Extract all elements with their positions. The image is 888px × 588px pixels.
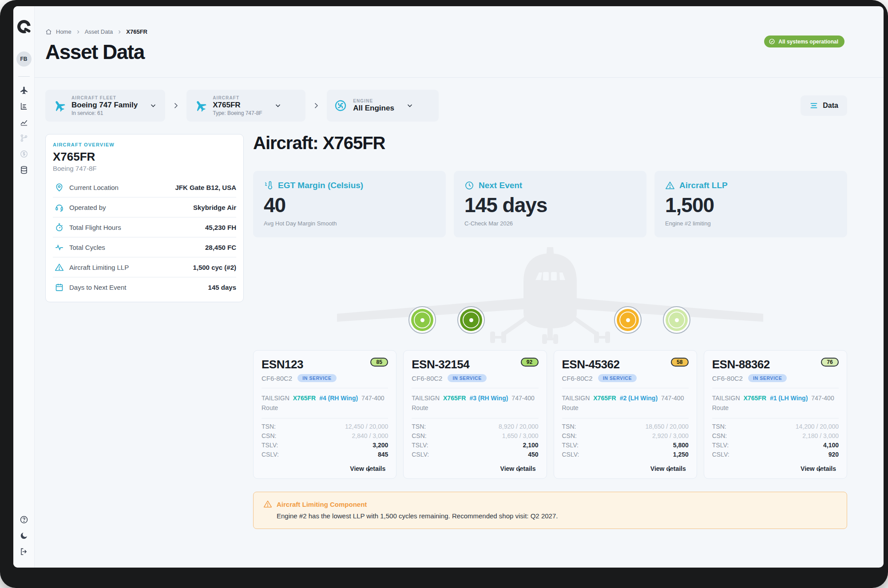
airplane-silhouette [337, 247, 763, 344]
kpi-row: EGT Margin (Celsius) 40 Avg Hot Day Marg… [253, 171, 847, 237]
location-pin-icon [55, 183, 64, 192]
engine-selector[interactable]: ENGINE All Engines [327, 90, 439, 122]
engine-status-dot-2[interactable] [614, 306, 642, 334]
avatar[interactable]: FB [16, 51, 32, 67]
tailsign-label: TAILSIGN [562, 394, 590, 403]
engine-position: #4 (RH Wing) [319, 394, 358, 403]
workflow-branch-icon[interactable] [20, 134, 28, 142]
dark-mode-icon[interactable] [20, 531, 28, 540]
kpi-title: Aircraft LLP [679, 181, 728, 190]
engine-model: 747-400 [361, 394, 384, 403]
help-icon[interactable] [20, 515, 28, 524]
engine-position: #2 (LH Wing) [620, 394, 658, 403]
tailsign-label: TAILSIGN [712, 394, 740, 403]
check-circle-icon [769, 38, 775, 45]
kpi-next-event: Next Event 145 days C-Check Mar 2026 [454, 171, 646, 237]
kpi-title: EGT Margin (Celsius) [278, 181, 363, 190]
engine-serial: ESN-45362 [562, 358, 620, 371]
tsn-value: 18,650 / 20,000 [645, 423, 688, 430]
engine-card-esn123[interactable]: ESN123 85 CF6-80C2 IN SERVICE TAILSIGN X… [253, 350, 396, 479]
breadcrumb-current: X765FR [126, 28, 147, 35]
health-badge: 92 [521, 358, 539, 367]
engine-serial: ESN-88362 [712, 358, 770, 371]
tailsign-value: X765FR [744, 394, 766, 403]
fleet-selector-label: AIRCRAFT FLEET [71, 95, 138, 100]
kpi-egt-margin: EGT Margin (Celsius) 40 Avg Hot Day Marg… [253, 171, 446, 237]
tslv-value: 2,100 [523, 442, 538, 449]
breadcrumb-home[interactable]: Home [56, 28, 71, 35]
engine-card-esn-88362[interactable]: ESN-88362 76 CF6-80C2 IN SERVICE TAILSIG… [704, 350, 847, 479]
trend-chart-icon[interactable] [20, 118, 28, 126]
overview-section-label: AIRCRAFT OVERVIEW [53, 142, 236, 147]
aircraft-selector[interactable]: AIRCRAFT X765FR Type: Boeing 747-8F [186, 90, 305, 122]
aircraft-detail-section: Aircraft: X765FR EGT Margin (Celsius) 40… [253, 133, 847, 529]
engine-status-dot-3[interactable] [457, 306, 485, 334]
chevron-down-icon [406, 102, 414, 110]
health-badge: 85 [370, 358, 388, 367]
engine-status-dot-4[interactable] [408, 306, 436, 334]
tailsign-label: TAILSIGN [412, 394, 440, 403]
data-button-label: Data [823, 102, 838, 110]
chevron-right-icon [312, 101, 321, 110]
kpi-value: 145 days [464, 193, 636, 217]
fleet-selector-sub: In service: 61 [71, 110, 138, 116]
aircraft-title: Aircraft: X765FR [253, 133, 847, 153]
aircraft-nav-icon[interactable] [20, 86, 28, 95]
cursor-icon [667, 467, 674, 474]
tailsign-value: X765FR [293, 394, 316, 403]
plane-icon [52, 99, 66, 112]
tailsign-value: X765FR [593, 394, 616, 403]
sidebar: FB [13, 6, 35, 568]
engine-selector-label: ENGINE [353, 99, 394, 103]
alert-message: Engine #2 has the lowest LLP with 1,500 … [277, 512, 837, 520]
fleet-selector-value: Boeing 747 Family [71, 101, 138, 110]
engine-status-dot-1[interactable] [663, 306, 690, 334]
header-divider [35, 77, 884, 78]
kpi-value: 40 [264, 193, 435, 217]
cslv-value: 920 [829, 451, 839, 458]
data-button[interactable]: Data [801, 95, 847, 116]
engine-card-esn-32154[interactable]: ESN-32154 92 CF6-80C2 IN SERVICE TAILSIG… [403, 350, 547, 479]
chevron-right-icon [75, 29, 81, 35]
engine-serial: ESN123 [262, 358, 303, 371]
engine-fan-icon [334, 99, 347, 112]
engine-model: 747-400 [811, 394, 834, 403]
engine-type: CF6-80C2 [262, 375, 292, 382]
home-icon[interactable] [45, 28, 52, 35]
breadcrumb-section[interactable]: Asset Data [85, 28, 113, 35]
kpi-value: 1,500 [665, 193, 836, 217]
kpi-subtitle: Engine #2 limiting [665, 220, 836, 227]
overview-row: Operated by Skybridge Air [53, 197, 236, 217]
main-content: Home Asset Data X765FR Asset Data All sy… [35, 6, 884, 568]
engine-card-esn-45362[interactable]: ESN-45362 58 CF6-80C2 IN SERVICE TAILSIG… [554, 350, 697, 479]
kpi-subtitle: C-Check Mar 2026 [464, 220, 636, 227]
route-label: Route [712, 403, 839, 413]
thermometer-icon [264, 181, 274, 190]
filter-bar: AIRCRAFT FLEET Boeing 747 Family In serv… [45, 90, 847, 122]
alert-title: Aircraft Limiting Component [277, 501, 367, 508]
database-icon[interactable] [20, 166, 28, 174]
finance-icon[interactable] [20, 150, 28, 158]
overview-row: Total Cycles 28,450 FC [53, 237, 236, 257]
overview-title: X765FR [53, 150, 236, 164]
engine-position: #1 (LH Wing) [770, 394, 808, 403]
headset-icon [55, 203, 64, 212]
logout-icon[interactable] [20, 547, 28, 556]
csn-value: 1,650 / 3,000 [502, 432, 539, 439]
cursor-icon [817, 467, 824, 474]
cslv-value: 845 [378, 451, 388, 458]
engine-type: CF6-80C2 [712, 375, 743, 382]
engine-model: 747-400 [511, 394, 534, 403]
status-badge: IN SERVICE [448, 374, 486, 382]
fleet-analytics-icon[interactable] [20, 102, 28, 110]
chevron-down-icon [274, 102, 282, 110]
aircraft-overview-card: AIRCRAFT OVERVIEW X765FR Boeing 747-8F C… [45, 134, 244, 302]
tsn-value: 8,920 / 20,000 [499, 423, 539, 430]
csn-value: 2,840 / 3,000 [352, 432, 388, 439]
health-badge: 58 [671, 358, 689, 367]
fleet-selector[interactable]: AIRCRAFT FLEET Boeing 747 Family In serv… [45, 90, 165, 122]
engine-model: 747-400 [661, 394, 684, 403]
system-status-badge[interactable]: All systems operational [764, 36, 844, 47]
aircraft-selector-label: AIRCRAFT [213, 95, 262, 100]
aircraft-selector-value: X765FR [213, 101, 262, 110]
